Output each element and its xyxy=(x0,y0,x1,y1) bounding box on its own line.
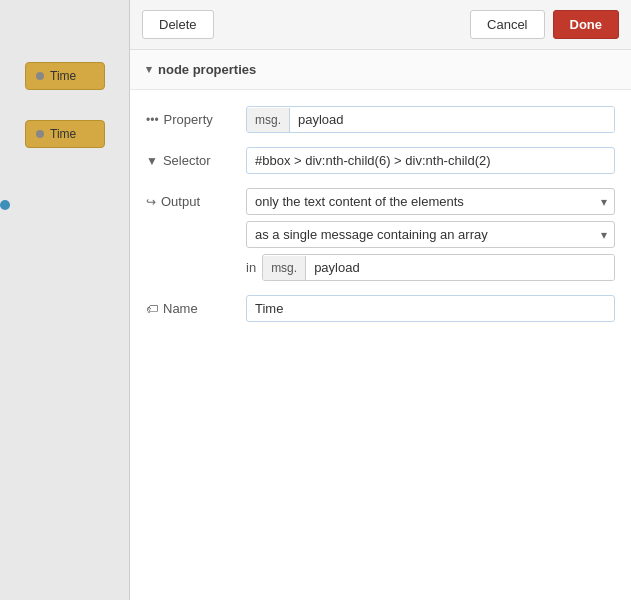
property-icon: ••• xyxy=(146,113,159,127)
output-label: ↪ Output xyxy=(146,188,236,209)
selector-input[interactable] xyxy=(246,147,615,174)
output-select1-wrap: only the text content of the elements th… xyxy=(246,188,615,215)
in-label: in xyxy=(246,260,256,275)
in-field-prefix: msg. xyxy=(263,256,306,280)
node-2-label: Time xyxy=(50,127,76,141)
toolbar-left: Delete xyxy=(142,10,214,39)
selector-label: ▼ Selector xyxy=(146,147,236,168)
name-row: 🏷 Name xyxy=(146,295,615,322)
output-control: only the text content of the elements th… xyxy=(246,188,615,281)
name-control xyxy=(246,295,615,322)
done-button[interactable]: Done xyxy=(553,10,620,39)
delete-button[interactable]: Delete xyxy=(142,10,214,39)
in-field-input[interactable] xyxy=(306,255,614,280)
connector-dot xyxy=(0,200,10,210)
toolbar-right: Cancel Done xyxy=(470,10,619,39)
property-label-text: Property xyxy=(164,112,213,127)
properties-panel: Delete Cancel Done ▾ node properties •••… xyxy=(130,0,631,600)
output-select1[interactable]: only the text content of the elements th… xyxy=(246,188,615,215)
output-label-text: Output xyxy=(161,194,200,209)
output-select2[interactable]: as a single message containing an array … xyxy=(246,221,615,248)
name-label: 🏷 Name xyxy=(146,295,236,316)
output-select2-wrap: as a single message containing an array … xyxy=(246,221,615,248)
selector-label-text: Selector xyxy=(163,153,211,168)
selector-control xyxy=(246,147,615,174)
property-prefix: msg. xyxy=(247,108,290,132)
output-icon: ↪ xyxy=(146,195,156,209)
cancel-button[interactable]: Cancel xyxy=(470,10,544,39)
section-title: node properties xyxy=(158,62,256,77)
property-label: ••• Property xyxy=(146,106,236,127)
node-1-label: Time xyxy=(50,69,76,83)
canvas-area: Time Time xyxy=(0,0,130,600)
property-row: ••• Property msg. xyxy=(146,106,615,133)
property-input-wrap: msg. xyxy=(246,106,615,133)
selector-icon: ▼ xyxy=(146,154,158,168)
in-field-wrap: msg. xyxy=(262,254,615,281)
in-input-wrap: in msg. xyxy=(246,254,615,281)
chevron-icon: ▾ xyxy=(146,63,152,76)
name-input[interactable] xyxy=(246,295,615,322)
section-header[interactable]: ▾ node properties xyxy=(130,50,631,90)
name-label-text: Name xyxy=(163,301,198,316)
name-icon: 🏷 xyxy=(146,302,158,316)
property-value-input[interactable] xyxy=(290,107,614,132)
toolbar: Delete Cancel Done xyxy=(130,0,631,50)
output-row: ↪ Output only the text content of the el… xyxy=(146,188,615,281)
form-body: ••• Property msg. ▼ Selector ↪ xyxy=(130,90,631,338)
node-1[interactable]: Time xyxy=(25,62,105,90)
node-2[interactable]: Time xyxy=(25,120,105,148)
property-control: msg. xyxy=(246,106,615,133)
selector-row: ▼ Selector xyxy=(146,147,615,174)
